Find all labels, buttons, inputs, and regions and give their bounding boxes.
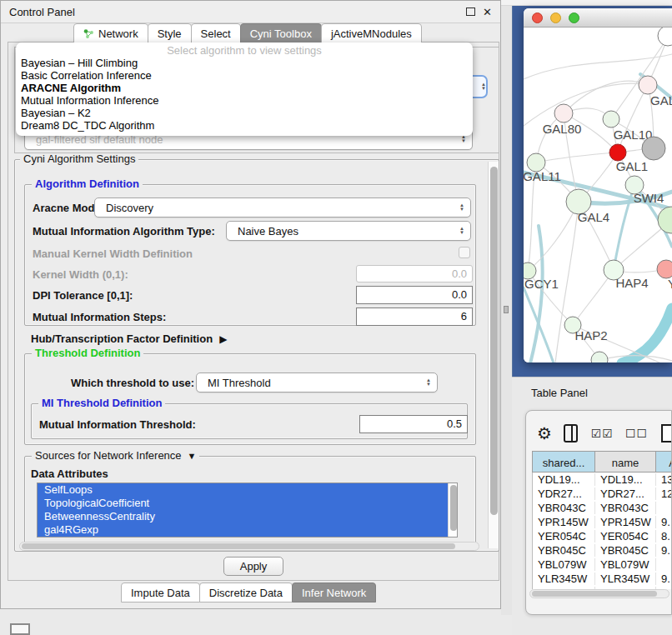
dropdown-item[interactable]: Dream8 DC_TDC Algorithm [16,119,473,132]
network-node-gal10[interactable] [603,111,619,128]
bottom-tab-bar: Impute DataDiscretize DataInfer Network [122,584,376,602]
unchecked-boxes-icon[interactable]: ☐☐ [625,427,648,440]
gear-icon[interactable]: ⚙ [537,425,552,442]
tab-infer-network[interactable]: Infer Network [292,582,376,602]
network-canvas[interactable]: GALGAL80GAL10GAL1GAL11SWI4GAL4GCY1HAP4YH… [524,28,672,362]
table-panel-title: Table Panel [531,387,588,399]
network-node-gal[interactable] [639,76,657,94]
column-header[interactable]: shared... [533,452,595,472]
splitter-handle[interactable] [504,306,509,313]
table-cell: YLR345W [533,572,595,585]
attribute-item[interactable]: SelfLoops [38,483,457,497]
network-edge [524,83,648,126]
table-row[interactable]: YPR145WYPR145W9. [533,515,672,529]
network-node-gal1[interactable] [609,144,626,161]
expanded-arrow-icon[interactable]: ▼ [188,449,197,462]
manual-kernel-checkbox[interactable] [459,247,470,258]
table-row[interactable]: YER054CYER054C8. [533,529,672,543]
mi-type-label: Mutual Information Algorithm Type: [33,225,215,238]
network-window-titlebar [524,8,672,28]
kernel-width-input[interactable]: 0.0 [356,265,473,282]
tab-network[interactable]: Network [73,23,148,43]
table-row[interactable]: YDL19...YDL19...13 [533,472,672,487]
panel-splitter[interactable] [501,6,512,615]
float-window-icon[interactable] [466,8,475,16]
close-window-icon[interactable]: ✕ [483,7,492,18]
close-traffic-light[interactable] [532,12,543,23]
mi-steps-value: 6 [461,310,467,322]
dpi-tolerance-input[interactable]: 0.0 [356,286,473,304]
settings-vscrollbar-thumb[interactable] [490,167,498,515]
column-header[interactable]: name [595,452,656,472]
checked-boxes-icon[interactable]: ☑☑ [591,427,614,440]
table-row[interactable]: YBR043CYBR043C [533,501,672,515]
table-cell: YPR145W [595,516,656,528]
mi-threshold-label: Mutual Information Threshold: [39,418,196,431]
table-row[interactable]: YBR045CYBR045C9. [533,543,672,558]
tab-label: jActiveMNodules [331,28,412,40]
hub-tf-definition-toggle[interactable]: Hub/Transcription Factor Definition ▶ [31,332,227,345]
window-fragment [10,623,30,635]
document-icon[interactable] [661,424,672,442]
tab-label: Cyni Toolbox [250,28,312,40]
mi-type-combo[interactable]: Naive Bayes ▲▼ [226,221,471,241]
table-row[interactable]: YLR345WYLR345W9. [533,572,672,586]
tab-label: Discretize Data [209,587,283,599]
which-threshold-combo[interactable]: MI Threshold ▲▼ [196,372,438,392]
network-node[interactable] [591,352,608,362]
tab-select[interactable]: Select [191,23,241,43]
zoom-traffic-light[interactable] [569,12,579,23]
table-hscrollbar-thumb[interactable] [532,591,657,597]
dropdown-item[interactable]: ARACNE Algorithm [16,82,473,94]
dropdown-item[interactable]: Bayesian – Hill Climbing [16,57,473,69]
network-window: GALGAL80GAL10GAL1GAL11SWI4GAL4GCY1HAP4YH… [524,8,672,362]
control-panel-title: Control Panel [9,6,75,18]
attributes-vscrollbar[interactable] [448,483,457,537]
tab-impute-data[interactable]: Impute Data [121,582,200,602]
dropdown-item[interactable]: Mutual Information Inference [16,94,473,107]
sources-group-title[interactable]: Sources for Network Inference ▼ [32,449,199,462]
columns-icon[interactable] [564,424,578,442]
settings-vscrollbar[interactable] [488,162,499,548]
mi-threshold-input[interactable]: 0.5 [359,415,468,433]
tab-cyni-toolbox[interactable]: Cyni Toolbox [240,23,322,43]
data-attributes-list[interactable]: SelfLoopsTopologicalCoefficientBetweenne… [37,482,458,538]
network-edge [524,54,672,79]
apply-button[interactable]: Apply [223,557,283,576]
tab-label: Infer Network [302,587,366,599]
table-cell: YBR043C [595,502,656,514]
mi-steps-input[interactable]: 6 [356,308,473,326]
node-label: SWI4 [634,191,664,205]
aracne-mode-combo[interactable]: Discovery ▲▼ [94,198,471,218]
dropdown-item[interactable]: Bayesian – K2 [16,107,473,119]
attribute-item[interactable]: gal4RGexp [38,523,457,537]
minimize-traffic-light[interactable] [550,12,561,23]
table-cell: YBL079W [595,558,656,571]
collapsed-arrow-icon[interactable]: ▶ [219,333,227,345]
table-hscrollbar[interactable] [529,589,669,598]
table-row[interactable]: YDR27...YDR27...12 [533,487,672,501]
stepper-arrows-icon: ▲▼ [481,82,486,91]
network-node-gal80[interactable] [554,104,573,122]
tab-jactivemnodules[interactable]: jActiveMNodules [321,23,422,43]
tab-discretize-data[interactable]: Discretize Data [199,582,293,602]
settings-hscrollbar[interactable] [19,542,479,551]
dropdown-item[interactable]: Basic Correlation Inference [16,69,473,82]
column-header[interactable]: A [656,452,672,472]
tab-style[interactable]: Style [148,23,192,43]
attributes-vscrollbar-thumb[interactable] [450,485,457,531]
attribute-item[interactable]: TopologicalCoefficient [38,497,457,510]
node-label: GCY1 [524,277,559,291]
node-label: GAL80 [543,122,582,136]
attribute-item[interactable]: BetweennessCentrality [38,510,457,523]
table-cell: 12 [656,488,672,500]
network-node[interactable] [658,28,672,46]
settings-hscrollbar-thumb[interactable] [22,543,455,549]
algorithm-dropdown-overlay: Select algorithm to view settings Bayesi… [16,42,473,136]
dpi-tolerance-label: DPI Tolerance [0,1]: [33,289,133,302]
network-node[interactable] [642,137,665,160]
table-row[interactable]: YBL079WYBL079W [533,558,672,572]
cyni-settings-title: Cyni Algorithm Settings [20,152,138,166]
network-node-y[interactable] [657,260,672,278]
table-cell: YDR27... [595,488,656,500]
